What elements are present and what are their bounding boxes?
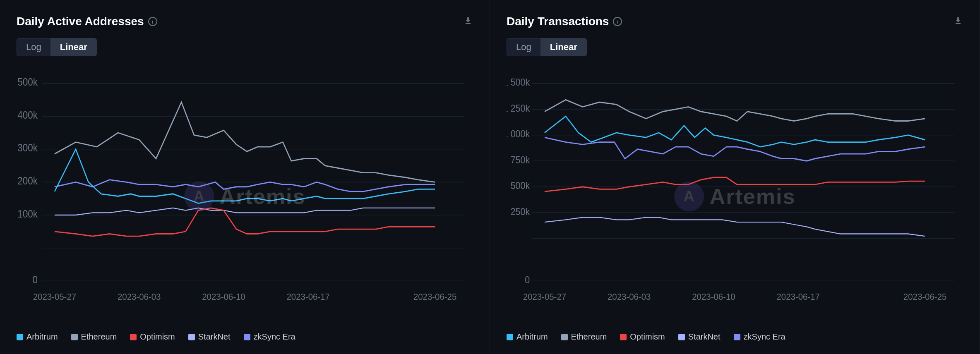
svg-text:1 250k: 1 250k [507,103,530,114]
svg-text:2023-05-27: 2023-05-27 [523,291,566,302]
svg-text:1 000k: 1 000k [507,128,530,139]
legend-2: Arbitrum Ethereum Optimism StarkNet zkSy… [507,332,963,342]
info-icon-2[interactable]: i [613,17,622,26]
legend-dot-arbitrum-2 [507,334,513,340]
legend-item-starknet-1: StarkNet [188,332,231,342]
svg-text:100k: 100k [17,208,38,220]
tab-linear-1[interactable]: Linear [51,38,97,56]
legend-label-arbitrum-2: Arbitrum [516,332,548,342]
chart-svg-2: 1 500k 1 250k 1 000k 750k 500k 250k 0 20… [507,65,963,328]
tab-linear-2[interactable]: Linear [541,38,587,56]
legend-dot-optimism-1 [130,334,137,340]
chart-svg-1: 500k 400k 300k 200k 100k 0 2023-05-27 20… [17,65,473,328]
tab-log-1[interactable]: Log [17,38,51,56]
legend-label-ethereum-2: Ethereum [571,332,607,342]
legend-1: Arbitrum Ethereum Optimism StarkNet zkSy… [17,332,473,342]
legend-item-starknet-2: StarkNet [678,332,721,342]
legend-item-arbitrum-1: Arbitrum [17,332,58,342]
chart-area-1: A Artemis 500k 400k 300k 200k 100k 0 202… [17,65,473,328]
info-icon-1[interactable]: i [148,17,157,26]
svg-text:2023-05-27: 2023-05-27 [33,291,76,302]
legend-label-zksync-2: zkSync Era [744,332,785,342]
legend-item-zksync-2: zkSync Era [734,332,785,342]
legend-label-starknet-2: StarkNet [688,332,721,342]
svg-text:500k: 500k [511,180,530,191]
svg-text:0: 0 [33,274,38,285]
legend-dot-zksync-1 [244,334,250,340]
svg-text:1 500k: 1 500k [507,77,530,88]
svg-text:2023-06-03: 2023-06-03 [118,291,161,302]
legend-dot-starknet-2 [678,334,685,340]
legend-dot-arbitrum-1 [17,334,23,340]
legend-dot-optimism-2 [620,334,627,340]
legend-label-zksync-1: zkSync Era [254,332,295,342]
svg-text:400k: 400k [17,109,38,121]
legend-item-optimism-2: Optimism [620,332,665,342]
panel-title-text-2: Daily Transactions [507,15,609,28]
svg-text:2023-06-17: 2023-06-17 [286,291,329,302]
daily-transactions-panel: Daily Transactions i Log Linear A Artemi… [490,0,980,354]
legend-label-optimism-1: Optimism [140,332,175,342]
svg-text:300k: 300k [17,142,38,153]
legend-label-ethereum-1: Ethereum [81,332,117,342]
panel-title-2: Daily Transactions i [507,15,622,28]
chart-area-2: A Artemis 1 500k 1 250k 1 000k 750k 500k… [507,65,963,328]
legend-label-starknet-1: StarkNet [198,332,231,342]
tab-log-2[interactable]: Log [507,38,541,56]
download-icon-2[interactable] [953,16,963,28]
svg-text:2023-06-10: 2023-06-10 [202,291,245,302]
svg-text:2023-06-17: 2023-06-17 [776,291,819,302]
panel-header-2: Daily Transactions i [507,15,963,28]
legend-item-ethereum-2: Ethereum [561,332,607,342]
daily-active-addresses-panel: Daily Active Addresses i Log Linear A Ar… [0,0,490,354]
svg-text:750k: 750k [511,154,530,165]
legend-item-arbitrum-2: Arbitrum [507,332,548,342]
legend-item-ethereum-1: Ethereum [71,332,117,342]
svg-text:500k: 500k [17,76,38,88]
tab-group-2: Log Linear [507,38,963,56]
legend-dot-ethereum-1 [71,334,78,340]
svg-text:2023-06-25: 2023-06-25 [903,291,946,302]
legend-dot-ethereum-2 [561,334,568,340]
panel-title-text-1: Daily Active Addresses [17,15,144,28]
svg-text:2023-06-25: 2023-06-25 [413,291,456,302]
svg-text:0: 0 [525,274,530,285]
legend-dot-zksync-2 [734,334,740,340]
svg-text:200k: 200k [17,175,38,187]
tab-group-1: Log Linear [17,38,473,56]
panel-header-1: Daily Active Addresses i [17,15,473,28]
svg-text:2023-06-10: 2023-06-10 [692,291,735,302]
legend-label-optimism-2: Optimism [630,332,665,342]
legend-label-arbitrum-1: Arbitrum [26,332,58,342]
svg-text:2023-06-03: 2023-06-03 [608,291,651,302]
legend-item-zksync-1: zkSync Era [244,332,295,342]
svg-text:250k: 250k [511,206,530,217]
legend-dot-starknet-1 [188,334,195,340]
download-icon-1[interactable] [463,16,473,28]
legend-item-optimism-1: Optimism [130,332,175,342]
panel-title-1: Daily Active Addresses i [17,15,157,28]
